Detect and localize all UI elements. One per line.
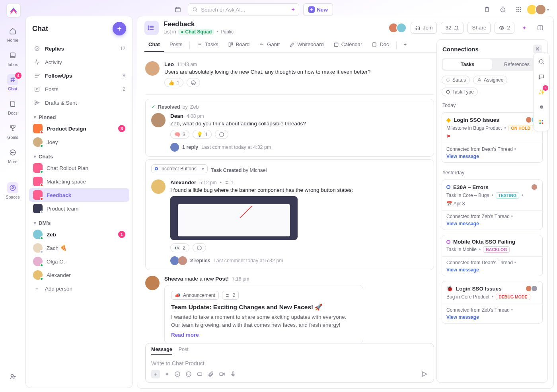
view-message-link[interactable]: View message: [446, 221, 479, 226]
chat-rollout-plan[interactable]: Chat Rollout Plan: [29, 161, 129, 175]
global-search[interactable]: Search or Ask AI... ✦: [188, 3, 299, 16]
tab-tasks[interactable]: Tasks: [193, 38, 222, 52]
search-icon[interactable]: [536, 56, 547, 67]
apps-grid-icon[interactable]: [536, 117, 547, 128]
tab-calendar[interactable]: Calendar: [329, 38, 366, 52]
attached-screenshot[interactable]: [170, 196, 298, 240]
section-chats[interactable]: ▾Chats: [29, 149, 129, 161]
rail-invite[interactable]: [3, 369, 22, 385]
tab-whiteboard[interactable]: Whiteboard: [285, 38, 327, 52]
composer-tab-post[interactable]: Post: [179, 347, 189, 355]
filter-assignee[interactable]: Assignee: [473, 76, 507, 84]
post-card[interactable]: 📣Announcement 2 Team Update: Exciting Ch…: [164, 285, 363, 343]
conn-card[interactable]: ◆ Login SSO Issues Milestone in Bugs Pro…: [442, 112, 543, 163]
conn-tab-tasks[interactable]: Tasks: [443, 59, 492, 70]
post-sheeva[interactable]: Sheeva made a new Post! 7:16 pm 📣Announc…: [145, 273, 434, 343]
views-count[interactable]: 2: [495, 22, 514, 34]
chat-marketing[interactable]: Marketing space: [29, 175, 129, 188]
user-avatar-menu[interactable]: ▾: [529, 4, 549, 15]
dm-olga[interactable]: Olga O.: [29, 255, 129, 268]
add-reaction[interactable]: [193, 243, 206, 252]
conn-card[interactable]: E30A – Errors Task in Core – Bugs• TESTI…: [442, 179, 543, 230]
composer-input[interactable]: [151, 357, 428, 370]
reaction-brain[interactable]: 🧠3: [170, 130, 189, 139]
ai-assist-icon[interactable]: ✨2: [536, 86, 547, 98]
connections-icon[interactable]: [536, 101, 547, 113]
new-chat-button[interactable]: +: [113, 22, 126, 35]
tab-posts[interactable]: Posts: [166, 38, 187, 52]
chat-product-team[interactable]: Product team: [29, 202, 129, 215]
tab-chat[interactable]: Chat: [144, 38, 164, 52]
member-avatars[interactable]: [391, 23, 407, 33]
emoji-icon[interactable]: [185, 371, 192, 377]
join-button[interactable]: Join: [411, 22, 437, 34]
row-replies[interactable]: Replies 12: [29, 42, 129, 55]
conn-card[interactable]: 🐞 Login SSO Issues Bug in Core Product• …: [442, 281, 543, 324]
reaction-thumbsup[interactable]: 👍1: [164, 78, 183, 87]
task-chip[interactable]: Incorrect Buttons ▾: [151, 164, 208, 173]
row-drafts[interactable]: Drafts & Sent: [29, 96, 129, 109]
calendar-icon[interactable]: [172, 4, 184, 16]
dm-alexander[interactable]: Alexander: [29, 268, 129, 282]
add-reaction[interactable]: [215, 130, 228, 139]
composer-tab-message[interactable]: Message: [151, 347, 172, 355]
ai-icon[interactable]: ✦: [165, 371, 169, 377]
add-reaction[interactable]: [187, 78, 200, 87]
reaction-eyes[interactable]: 👀2: [170, 243, 189, 252]
view-message-link[interactable]: View message: [446, 154, 479, 159]
row-activity[interactable]: Activity: [29, 55, 129, 69]
message-leo[interactable]: Leo11:43 am Users are absolutely loving …: [145, 58, 434, 90]
attachment-icon[interactable]: [208, 371, 214, 377]
ai-icon[interactable]: ✦: [518, 22, 530, 34]
rail-more[interactable]: More: [3, 144, 22, 166]
dm-zach[interactable]: Zach 🍕: [29, 241, 129, 255]
reply-summary[interactable]: 1 reply Last comment today at 4:32 pm: [170, 143, 428, 152]
attach-button[interactable]: +: [151, 370, 160, 378]
view-message-link[interactable]: View message: [446, 314, 479, 320]
folder-chip[interactable]: ● Chat Squad: [178, 29, 214, 35]
rail-chat[interactable]: 4 Chat: [3, 72, 22, 94]
mic-icon[interactable]: [230, 371, 236, 377]
add-person[interactable]: + Add person: [29, 282, 129, 295]
rail-spaces[interactable]: Spaces: [3, 180, 22, 202]
close-button[interactable]: ✕: [533, 45, 542, 53]
chat-feedback[interactable]: Feedback: [29, 188, 129, 202]
thread-alexander[interactable]: Incorrect Buttons ▾ Task Created by Mich…: [145, 159, 434, 270]
tab-doc[interactable]: Doc: [368, 38, 393, 52]
dm-zeb[interactable]: Zeb 1: [29, 228, 129, 241]
chevron-down-icon[interactable]: ▾: [199, 166, 204, 172]
add-view-button[interactable]: +: [400, 38, 411, 52]
section-dms[interactable]: ▾DM's: [29, 215, 129, 228]
rail-goals[interactable]: Goals: [3, 120, 22, 142]
tab-board[interactable]: Board: [224, 38, 254, 52]
send-button[interactable]: [421, 371, 428, 378]
conn-card[interactable]: Mobile Okta SSO Failing Task in Mobile• …: [442, 235, 543, 276]
tab-gantt[interactable]: Gantt: [255, 38, 284, 52]
rail-home[interactable]: Home: [3, 23, 22, 45]
read-more-link[interactable]: Read more: [171, 332, 356, 338]
filter-status[interactable]: Status: [442, 76, 470, 84]
apps-icon[interactable]: [513, 4, 525, 16]
slash-icon[interactable]: [197, 371, 203, 377]
filter-tasktype[interactable]: Task Type: [442, 88, 478, 96]
rail-inbox[interactable]: Inbox: [3, 47, 22, 69]
reaction-bulb[interactable]: 💡1: [193, 130, 212, 139]
pinned-product-design[interactable]: Product Design 3: [29, 122, 129, 135]
thread-dean[interactable]: ✓ Resolved byZeb Dean4:08 pm Zeb, what d…: [145, 99, 434, 157]
row-followups[interactable]: FollowUps 8: [29, 69, 129, 82]
share-button[interactable]: Share: [467, 22, 491, 34]
task-icon[interactable]: [174, 371, 181, 377]
rail-docs[interactable]: Docs: [3, 96, 22, 118]
video-icon[interactable]: [219, 371, 225, 377]
comment-icon[interactable]: [536, 71, 547, 82]
pinned-joey[interactable]: Joey: [29, 135, 129, 149]
clipboard-icon[interactable]: [481, 4, 493, 16]
timer-icon[interactable]: [497, 4, 509, 16]
new-button[interactable]: + New: [303, 3, 333, 16]
app-logo[interactable]: [6, 3, 21, 18]
row-posts[interactable]: Posts 2: [29, 82, 129, 96]
panel-toggle-icon[interactable]: [534, 22, 546, 34]
member-count[interactable]: 32: [441, 22, 464, 34]
reply-summary[interactable]: 2 replies Last comment today at 5:32 pm: [170, 256, 428, 265]
view-message-link[interactable]: View message: [446, 267, 479, 273]
